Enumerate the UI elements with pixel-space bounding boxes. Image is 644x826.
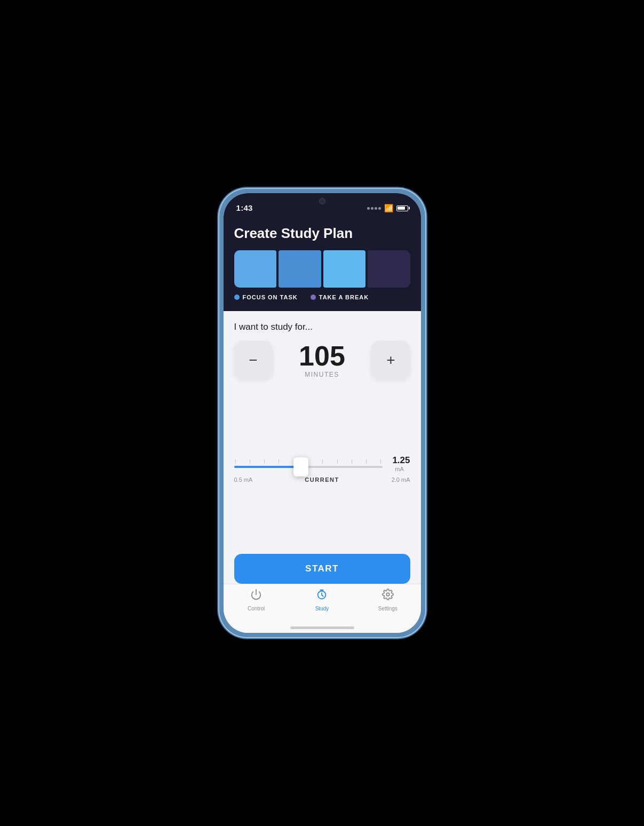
break-dot [311, 295, 316, 300]
tick-9 [352, 459, 352, 464]
page-title: Create Study Plan [234, 225, 410, 242]
home-bar [290, 626, 354, 629]
focus-dot [234, 295, 240, 300]
plus-icon: + [386, 353, 395, 368]
tick-8 [337, 459, 338, 464]
break-label: TAKE A BREAK [319, 294, 369, 300]
camera [319, 198, 325, 204]
tick-10 [366, 459, 367, 464]
slider-container: 1.25 mA [234, 455, 410, 472]
tick-1 [235, 459, 236, 464]
status-icons: 📶 [367, 204, 408, 212]
signal-icon [367, 207, 381, 210]
phone-screen: 1:43 📶 Create Study Plan [224, 193, 421, 633]
minutes-unit: MINUTES [299, 371, 345, 378]
tab-study[interactable]: Study [289, 589, 355, 611]
tab-settings-label: Settings [378, 606, 397, 611]
slider-range-labels: 0.5 mA CURRENT 2.0 mA [234, 476, 410, 483]
tab-bar: Control Study [224, 584, 421, 622]
tick-3 [264, 459, 265, 464]
gear-icon [382, 589, 394, 603]
focus-label: FOCUS ON TASK [243, 294, 298, 300]
phone-frame: 1:43 📶 Create Study Plan [218, 188, 426, 638]
battery-icon [396, 205, 408, 211]
tab-settings[interactable]: Settings [355, 589, 420, 611]
tab-control[interactable]: Control [224, 589, 289, 611]
increment-button[interactable]: + [371, 341, 410, 379]
legend: FOCUS ON TASK TAKE A BREAK [234, 294, 410, 300]
slider-value-number: 1.25 [389, 455, 410, 466]
tick-7 [322, 459, 323, 464]
header-section: Create Study Plan FOCUS ON TASK TAKE A B… [224, 217, 421, 311]
focus-block-3 [323, 250, 366, 288]
battery-fill [397, 206, 405, 210]
tab-control-label: Control [248, 606, 265, 611]
home-indicator [224, 622, 421, 633]
wifi-icon: 📶 [384, 204, 393, 212]
slider-fill [234, 466, 301, 468]
slider-track[interactable] [234, 466, 383, 468]
slider-track-wrapper [234, 459, 383, 468]
tick-4 [279, 459, 279, 464]
color-blocks [234, 250, 410, 288]
minutes-control: − 105 MINUTES + [234, 341, 410, 379]
focus-block-2 [279, 250, 321, 288]
focus-block-1 [234, 250, 277, 288]
slider-section: 1.25 mA 0.5 mA CURRENT 2.0 mA [234, 455, 410, 483]
slider-center-label: CURRENT [305, 476, 339, 483]
minus-icon: − [249, 353, 257, 368]
decrement-button[interactable]: − [234, 341, 273, 379]
break-block-1 [368, 250, 410, 288]
minutes-display: 105 MINUTES [299, 342, 345, 378]
slider-value-label: 1.25 mA [389, 455, 410, 472]
timer-icon [316, 589, 328, 603]
tick-11 [380, 459, 381, 464]
power-icon [250, 589, 262, 603]
start-button[interactable]: START [234, 554, 410, 584]
legend-item-focus: FOCUS ON TASK [234, 294, 298, 300]
svg-point-2 [386, 593, 389, 596]
slider-value-unit: mA [389, 466, 410, 472]
study-prompt: I want to study for... [234, 322, 410, 332]
minutes-value: 105 [299, 342, 345, 370]
slider-thumb[interactable] [293, 457, 308, 476]
slider-max-label: 2.0 mA [392, 476, 410, 483]
slider-min-label: 0.5 mA [234, 476, 253, 483]
notch [288, 193, 357, 209]
content-section: I want to study for... − 105 MINUTES + [224, 311, 421, 584]
status-time: 1:43 [236, 203, 253, 212]
tab-study-label: Study [315, 606, 329, 611]
legend-item-break: TAKE A BREAK [311, 294, 369, 300]
tick-2 [250, 459, 250, 464]
